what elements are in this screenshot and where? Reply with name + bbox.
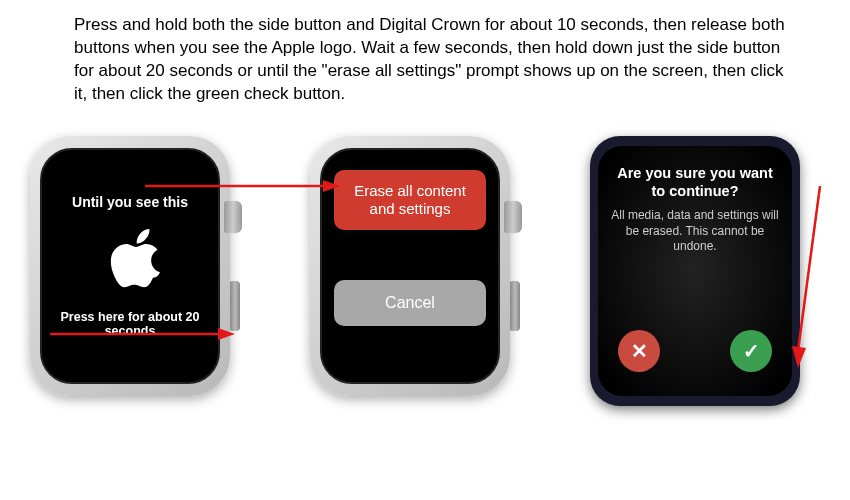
cancel-x-button[interactable]: ✕: [618, 330, 660, 372]
watch-1-top-label: Until you see this: [72, 194, 188, 210]
watch-3-screen: Are you sure you want to continue? All m…: [598, 146, 792, 396]
watch-1-side-button[interactable]: [230, 281, 240, 331]
watch-1-screen: Until you see this Press here for about …: [40, 148, 220, 384]
watches-row: Until you see this Press here for about …: [0, 116, 850, 446]
instructions-text: Press and hold both the side button and …: [0, 0, 850, 116]
confirm-buttons-row: ✕ ✓: [610, 330, 780, 378]
apple-logo-icon: [100, 224, 160, 296]
watch-3: Are you sure you want to continue? All m…: [570, 126, 830, 446]
confirm-check-button[interactable]: ✓: [730, 330, 772, 372]
cancel-button[interactable]: Cancel: [334, 280, 486, 326]
watch-2-screen: Erase all content and settings Cancel: [320, 148, 500, 384]
erase-all-button[interactable]: Erase all content and settings: [334, 170, 486, 230]
watch-1: Until you see this Press here for about …: [10, 126, 260, 446]
watch-2-side-button: [510, 281, 520, 331]
watch-1-bottom-label: Press here for about 20 seconds: [54, 310, 206, 338]
watch-2: Erase all content and settings Cancel: [290, 126, 540, 446]
confirm-body: All media, data and settings will be era…: [610, 208, 780, 255]
watch-2-crown: [504, 201, 522, 233]
watch-1-crown: [224, 201, 242, 233]
confirm-title: Are you sure you want to continue?: [610, 164, 780, 200]
